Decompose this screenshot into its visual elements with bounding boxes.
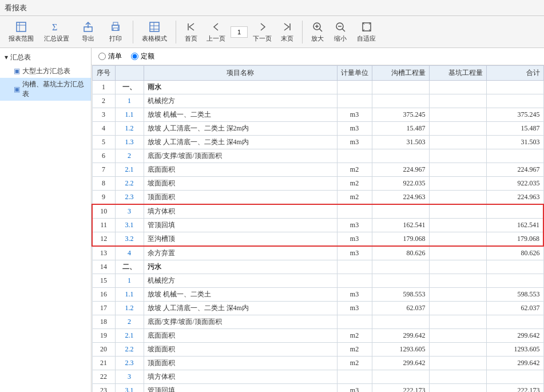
cell-ditch xyxy=(372,149,429,163)
zoom-out-button[interactable]: 缩小 xyxy=(330,19,351,45)
table-header-row: 序号 项目名称 计量单位 沟槽工程量 基坑工程量 合计 xyxy=(92,66,543,81)
cell-ditch: 1293.605 xyxy=(372,343,429,357)
table-row[interactable]: 92.3顶面面积m2224.963224.963 xyxy=(92,191,543,205)
toolbar-divider-3 xyxy=(302,21,303,43)
prev-page-button[interactable]: 上一页 xyxy=(202,19,229,45)
table-row[interactable]: 202.2坡面面积m21293.6051293.605 xyxy=(92,343,543,357)
cell-num: 3 xyxy=(115,370,144,384)
table-row[interactable]: 192.1底面面积m2299.642299.642 xyxy=(92,329,543,343)
cell-unit: m2 xyxy=(337,329,372,343)
table-row[interactable]: 223填方体积 xyxy=(92,370,543,384)
cell-ditch xyxy=(372,94,429,108)
table-row[interactable]: 161.1放坡 机械一、二类土m3598.553598.553 xyxy=(92,288,543,302)
print-button[interactable]: 打印 xyxy=(103,19,128,45)
export-label: 导出 xyxy=(82,34,94,43)
filter-list-option[interactable]: 清单 xyxy=(98,52,122,61)
cell-num: 1 xyxy=(115,94,144,108)
cell-pit xyxy=(429,260,486,274)
cell-ditch: 224.963 xyxy=(372,191,429,205)
cell-pit xyxy=(429,232,486,247)
cell-name: 放坡 机械一、二类土 xyxy=(144,288,337,302)
cell-pit xyxy=(429,94,486,108)
sidebar-item-ditch-summary[interactable]: ▣ 沟槽、基坑土方汇总表 xyxy=(0,78,91,101)
cell-total: 299.642 xyxy=(486,357,543,370)
cell-ditch: 375.245 xyxy=(372,108,429,122)
table-row[interactable]: 113.1管顶回填m3162.541162.541 xyxy=(92,219,543,232)
cell-total xyxy=(486,94,543,108)
prev-page-icon xyxy=(210,21,223,33)
cell-num: 2 xyxy=(115,149,144,163)
cell-ditch: 62.037 xyxy=(372,302,429,315)
cell-seq: 15 xyxy=(92,274,115,288)
sidebar-section-summary: ▾ 汇总表 ▣ 大型土方汇总表 ▣ 沟槽、基坑土方汇总表 xyxy=(0,48,91,103)
table-format-button[interactable]: 表格模式 xyxy=(138,19,171,45)
first-page-button[interactable]: 首页 xyxy=(181,19,201,45)
fit-button[interactable]: 自适应 xyxy=(353,19,380,45)
table-row[interactable]: 134余方弃置m380.62680.626 xyxy=(92,246,543,260)
cell-unit: m3 xyxy=(337,219,372,232)
report-range-button[interactable]: 报表范围 xyxy=(5,19,38,45)
cell-total: 224.963 xyxy=(486,191,543,205)
table-row[interactable]: 14二、污水 xyxy=(92,260,543,274)
title-bar: 看报表 xyxy=(0,0,544,16)
table-row[interactable]: 51.3放坡 人工清底一、二类土 深4m内m331.50331.503 xyxy=(92,136,543,149)
cell-unit: m2 xyxy=(337,163,372,177)
table-row[interactable]: 151机械挖方 xyxy=(92,274,543,288)
header-name: 项目名称 xyxy=(144,66,337,81)
cell-pit xyxy=(429,81,486,94)
next-page-button[interactable]: 下一页 xyxy=(249,19,276,45)
table-format-label: 表格模式 xyxy=(142,34,167,43)
table-row[interactable]: 233.1管顶回填m3222.173222.173 xyxy=(92,384,543,393)
table-row[interactable]: 31.1放坡 机械一、二类土m3375.245375.245 xyxy=(92,108,543,122)
cell-unit: m3 xyxy=(337,246,372,260)
svg-rect-10 xyxy=(150,22,159,31)
export-button[interactable]: 导出 xyxy=(76,19,101,45)
table-row[interactable]: 182底面/支撑/坡面/顶面面积 xyxy=(92,315,543,329)
summary-settings-button[interactable]: Σ 汇总设置 xyxy=(40,19,73,45)
table-row[interactable]: 62底面/支撑/坡面/顶面面积 xyxy=(92,149,543,163)
table-row[interactable]: 72.1底面面积m2224.967224.967 xyxy=(92,163,543,177)
filter-quota-label: 定额 xyxy=(141,52,154,61)
header-ditch: 沟槽工程量 xyxy=(372,66,429,81)
table-row-highlight-top[interactable]: 103填方体积 xyxy=(92,204,543,219)
cell-seq: 18 xyxy=(92,315,115,329)
filter-quota-radio[interactable] xyxy=(131,53,138,60)
table-row[interactable]: 212.3顶面面积m2299.642299.642 xyxy=(92,357,543,370)
table-row[interactable]: 82.2坡面面积m2922.035922.035 xyxy=(92,177,543,191)
cell-pit xyxy=(429,191,486,205)
zoom-in-button[interactable]: 放大 xyxy=(307,19,328,45)
filter-list-radio[interactable] xyxy=(98,53,106,60)
page-number-input[interactable] xyxy=(231,26,248,38)
cell-pit xyxy=(429,149,486,163)
cell-ditch xyxy=(372,260,429,274)
table-row[interactable]: 41.2放坡 人工清底一、二类土 深2m内m315.48715.487 xyxy=(92,122,543,136)
table-row-highlight-bottom[interactable]: 123.2至沟槽顶m3179.068179.068 xyxy=(92,232,543,247)
summary-settings-label: 汇总设置 xyxy=(44,34,69,43)
table-row[interactable]: 21机械挖方 xyxy=(92,94,543,108)
table-row[interactable]: 1一、雨水 xyxy=(92,81,543,94)
filter-quota-option[interactable]: 定额 xyxy=(131,52,154,61)
cell-total xyxy=(486,149,543,163)
cell-total xyxy=(486,260,543,274)
cell-ditch: 224.967 xyxy=(372,163,429,177)
sidebar-header-summary[interactable]: ▾ 汇总表 xyxy=(0,50,91,65)
cell-unit: m2 xyxy=(337,343,372,357)
sidebar-item-large-summary[interactable]: ▣ 大型土方汇总表 xyxy=(0,65,91,78)
cell-total: 162.541 xyxy=(486,219,543,232)
cell-pit xyxy=(429,302,486,315)
cell-seq: 21 xyxy=(92,357,115,370)
last-page-button[interactable]: 末页 xyxy=(277,19,297,45)
cell-num: 3.2 xyxy=(115,232,144,247)
cell-total: 222.173 xyxy=(486,384,543,393)
cell-seq: 13 xyxy=(92,246,115,260)
app-title: 看报表 xyxy=(5,3,27,13)
next-page-label: 下一页 xyxy=(253,34,272,43)
table-row[interactable]: 171.2放坡 人工清底一、二类土 深4m内m362.03762.037 xyxy=(92,302,543,315)
cell-name: 放坡 人工清底一、二类土 深2m内 xyxy=(144,122,337,136)
cell-seq: 7 xyxy=(92,163,115,177)
cell-ditch xyxy=(372,81,429,94)
cell-num: 1.2 xyxy=(115,122,144,136)
cell-name: 底面/支撑/坡面/顶面面积 xyxy=(144,315,337,329)
page-nav: 首页 上一页 下一页 末页 xyxy=(181,19,297,45)
zoom-out-icon xyxy=(334,21,347,33)
